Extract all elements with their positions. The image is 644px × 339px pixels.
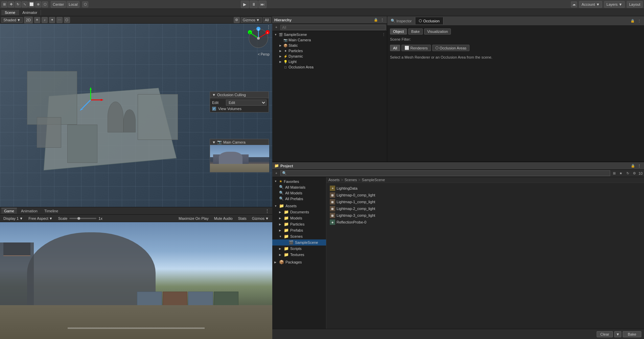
particles-item[interactable]: ▶ 📁 Particles [272,221,326,227]
project-settings-icon[interactable]: ⚙ [632,171,637,176]
samplescene-more-icon[interactable]: ⋮ [382,33,387,37]
project-refresh-icon[interactable]: ↻ [625,171,630,176]
occlusion-areas-filter-button[interactable]: ⬡ Occlusion Areas [432,45,469,51]
tree-item-light[interactable]: ▶ 💡 Light [272,59,387,64]
center-button[interactable]: Center [51,1,66,8]
inspector-tab[interactable]: 🔍 Inspector [387,17,415,24]
file-lightingdata[interactable]: ☀ LightingData [328,185,642,192]
breadcrumb-samplescene[interactable]: SampleScene [362,178,385,182]
file-reflectionprobe[interactable]: ◈ ReflectionProbe-0 [328,219,642,226]
renderers-filter-button[interactable]: ⬜ Renderers [401,45,431,51]
scene-extras-icon[interactable]: ⬡ [64,17,70,23]
samplescene-file-item[interactable]: 🎬 SampleScene [272,239,326,246]
project-add-button[interactable]: + [274,171,279,176]
scene-settings-icon[interactable]: ⚙ [234,17,240,23]
textures-item[interactable]: ▶ 📁 Textures [272,252,326,258]
project-search[interactable]: 🔍 [280,170,610,176]
aspect-dropdown[interactable]: Free Aspect ▼ [26,216,55,221]
scripts-item[interactable]: ▶ 📁 Scripts [272,246,326,252]
step-button[interactable]: ⏭ [258,1,267,8]
visualization-button[interactable]: Visualization [424,28,451,35]
tree-item-samplescene[interactable]: ▼ 🎬 SampleScene ⋮ [272,32,387,37]
hierarchy-lock-icon[interactable]: 🔒 [373,17,378,23]
object-button[interactable]: Object [390,28,407,35]
custom-icon[interactable]: ⬡ [42,1,48,7]
file-lightmap0[interactable]: ▩ Lightmap-0_comp_light [328,192,642,198]
scale-slider[interactable] [69,218,96,219]
timeline-tab[interactable]: Timeline [42,208,61,214]
game-tab[interactable]: Game [1,208,17,214]
project-lock-icon[interactable]: 🔒 [630,163,636,169]
favorites-header[interactable]: ▼ ★ Favorites [272,178,326,184]
inspector-more-icon[interactable]: ⋮ [637,18,642,24]
prefabs-item[interactable]: ▶ 📁 Prefabs [272,227,326,233]
rect-icon[interactable]: ⬜ [28,1,34,7]
tree-item-occlusionarea[interactable]: □ Occlusion Area [272,64,387,70]
models-item[interactable]: ▶ 📁 Models [272,215,326,221]
move-icon[interactable]: ✥ [8,1,14,7]
scene-options-icon[interactable]: ⋯ [56,17,63,23]
display-dropdown[interactable]: Display 1 ▼ [1,216,25,221]
all-prefabs-item[interactable]: 🔍 All Prefabs [272,196,326,202]
fx-icon[interactable]: ✦ [49,17,55,23]
project-favorite-icon[interactable]: ★ [618,171,624,176]
project-view-toggle-icon[interactable]: ⊞ [612,171,617,176]
scene-more-icon[interactable]: ⋮ [266,24,271,30]
audio-icon[interactable]: ♪ [42,17,48,23]
project-more-icon[interactable]: ⋮ [637,163,642,169]
tree-item-particles[interactable]: ▶ ✦ Particles [272,48,387,54]
animation-tab[interactable]: Animation [18,208,40,214]
hierarchy-add-button[interactable]: + [274,25,279,30]
local-button[interactable]: Local [67,1,79,8]
gizmos-dropdown[interactable]: Gizmos ▼ [241,17,262,23]
twod-button[interactable]: 2D [24,17,33,23]
documents-item[interactable]: ▶ 📁 Documents [272,209,326,215]
game-more-icon[interactable]: ⋮ [263,208,271,214]
maximize-button[interactable]: Maximize On Play [177,216,211,221]
transform-icon[interactable]: ⊕ [35,1,41,7]
file-lightmap2[interactable]: ▩ Lightmap-2_comp_light [328,205,642,212]
hierarchy-search[interactable] [280,25,386,30]
all-materials-item[interactable]: 🔍 All Materials [272,184,326,190]
file-lightmap1[interactable]: ▩ Lightmap-1_comp_light [328,198,642,205]
clear-dropdown-button[interactable]: ▼ [614,331,621,337]
layers-button[interactable]: Layers ▼ [604,1,625,8]
rotate-icon[interactable]: ↻ [15,1,21,7]
scenes-item[interactable]: ▼ 📁 Scenes [272,233,326,239]
all-filter-button[interactable]: All [390,45,400,51]
bake-action-button[interactable]: Bake [623,331,641,337]
tree-item-dynamic[interactable]: ▶ ⚡ Dynamic [272,54,387,59]
stats-button[interactable]: Stats [236,216,249,221]
game-gizmos-button[interactable]: Gizmos ▼ [250,216,271,221]
custom2-icon[interactable]: ⬡ [82,1,88,7]
mute-button[interactable]: Mute Audio [212,216,235,221]
hierarchy-more-icon[interactable]: ⋮ [380,17,385,23]
clear-button[interactable]: Clear [597,331,613,337]
assets-header[interactable]: ▼ 📁 Assets [272,203,326,209]
light-icon[interactable]: ☀ [34,17,40,23]
file-lightmap3[interactable]: ▩ Lightmap-3_comp_light [328,212,642,219]
breadcrumb-assets[interactable]: Assets [328,178,340,182]
occlusion-tab[interactable]: ⬡ Occlusion [415,17,443,24]
animator-tab[interactable]: Animator [19,10,41,15]
shaded-dropdown[interactable]: Shaded ▼ [1,17,23,23]
inspector-lock-icon[interactable]: 🔒 [630,18,635,24]
scale-icon[interactable]: ⤡ [22,1,28,7]
breadcrumb-scenes[interactable]: Scenes [344,178,357,182]
all-dropdown[interactable]: All [263,17,271,23]
tree-item-maincamera[interactable]: 📷 Main Camera [272,37,387,43]
scene-canvas[interactable]: y x z < Persp ▼ [0,24,272,207]
scene-icon[interactable]: ⊞ [1,1,7,7]
all-models-item[interactable]: 🔍 All Models [272,190,326,196]
scene-tab[interactable]: Scene [1,10,19,15]
packages-header[interactable]: ▶ 📦 Packages [272,259,326,265]
layout-button[interactable]: Layout [627,1,643,8]
tree-item-static[interactable]: ▶ 📦 Static [272,43,387,48]
bake-button[interactable]: Bake [408,28,423,35]
occlusion-edit-select[interactable]: Edit [226,100,267,106]
view-volumes-checkbox[interactable]: ✓ [212,107,216,111]
play-button[interactable]: ▶ [241,1,249,8]
collab-icon[interactable]: ☁ [571,1,577,7]
account-button[interactable]: Account ▼ [579,1,602,8]
pause-button[interactable]: ⏸ [250,1,258,8]
